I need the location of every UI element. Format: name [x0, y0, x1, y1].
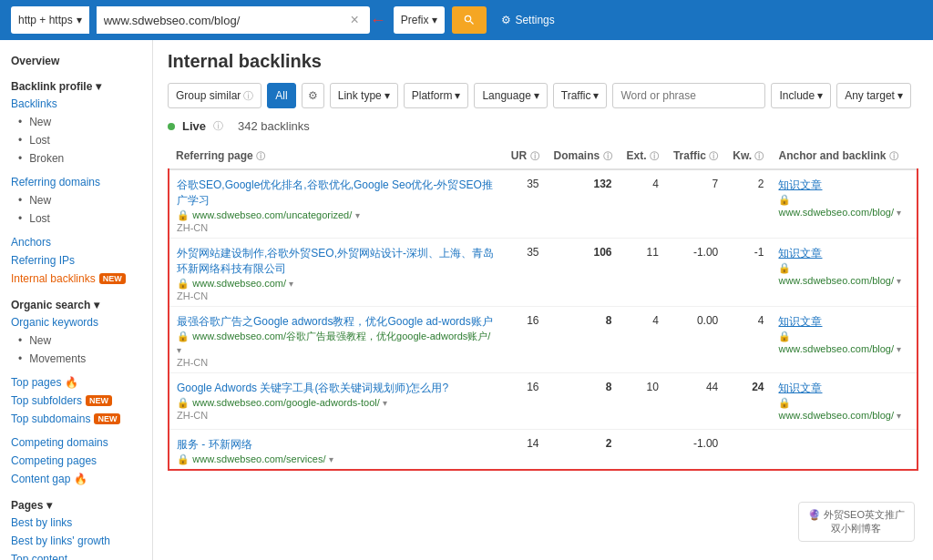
sidebar-item-best-by-links-growth[interactable]: Best by links' growth: [0, 532, 152, 550]
domains-value[interactable]: 106: [547, 239, 620, 307]
all-filter-button[interactable]: All: [267, 83, 295, 108]
backlink-url[interactable]: www.sdwebseo.com/blog/: [778, 207, 894, 218]
domains-value[interactable]: 8: [547, 373, 620, 430]
sidebar-item-internal-backlinks[interactable]: Internal backlinks NEW: [0, 270, 152, 288]
col-domains[interactable]: Domains ⓘ: [547, 144, 620, 169]
sidebar-item-referring-domains[interactable]: Referring domains: [0, 173, 152, 191]
col-kw[interactable]: Kw. ⓘ: [725, 144, 771, 169]
overview-section: Overview: [0, 49, 152, 69]
traffic-button[interactable]: Traffic ▾: [553, 83, 608, 108]
sidebar-item-ref-domains-lost[interactable]: Lost: [0, 209, 152, 228]
filter-gear-button[interactable]: ⚙: [302, 83, 324, 108]
col-ur[interactable]: UR ⓘ: [504, 144, 547, 169]
url-input[interactable]: [104, 14, 347, 27]
chevron-down-icon: ▾: [817, 89, 823, 102]
fire-icon-2: 🔥: [74, 473, 87, 485]
page-url-link[interactable]: www.sdwebseo.com/谷歌广告最强教程，优化google-adwor…: [192, 331, 490, 341]
page-url-link[interactable]: www.sdwebseo.com/uncategorized/: [192, 209, 352, 220]
anchor-link[interactable]: 知识文章: [778, 315, 822, 328]
referring-page-link[interactable]: 服务 - 环新网络: [177, 438, 252, 451]
settings-button[interactable]: ⚙ Settings: [501, 14, 554, 26]
protocol-dropdown[interactable]: http + https ▾: [11, 6, 89, 34]
word-phrase-input[interactable]: [612, 83, 765, 108]
url-chevron-icon[interactable]: ▾: [383, 398, 387, 408]
anchor-link[interactable]: 知识文章: [778, 382, 822, 394]
search-button[interactable]: [452, 6, 487, 34]
url-chevron-icon[interactable]: ▾: [177, 345, 181, 355]
sidebar-item-top-pages[interactable]: Top pages 🔥: [0, 373, 152, 392]
sidebar-item-competing-domains[interactable]: Competing domains: [0, 433, 152, 452]
traffic-value: 0.00: [666, 307, 725, 373]
link-type-button[interactable]: Link type ▾: [330, 83, 398, 108]
col-anchor[interactable]: Anchor and backlink ⓘ: [771, 144, 918, 169]
sidebar-item-anchors[interactable]: Anchors: [0, 233, 152, 251]
anchor-link[interactable]: 知识文章: [778, 247, 822, 260]
url-chevron-icon[interactable]: ▾: [355, 210, 360, 220]
platform-button[interactable]: Platform ▾: [404, 83, 469, 108]
watermark-line2: 双小刚博客: [808, 522, 905, 535]
col-traffic[interactable]: Traffic ⓘ: [666, 144, 725, 169]
sidebar-item-top-content[interactable]: Top content: [0, 550, 152, 560]
sidebar-item-organic-new[interactable]: New: [0, 331, 152, 350]
sidebar-item-content-gap[interactable]: Content gap 🔥: [0, 470, 152, 488]
top-subdomains-label: Top subdomains: [11, 412, 90, 425]
backlink-chevron-icon[interactable]: ▾: [897, 411, 901, 421]
backlinks-table: Referring page ⓘ UR ⓘ Domains ⓘ Ext. ⓘ T…: [168, 144, 918, 471]
domains-value[interactable]: 2: [547, 430, 620, 471]
sidebar-item-best-by-links[interactable]: Best by links: [0, 514, 152, 532]
chevron-down-icon: ▾: [77, 14, 82, 26]
pages-section[interactable]: Pages ▾: [0, 494, 152, 514]
url-chevron-icon[interactable]: ▾: [289, 279, 293, 289]
traffic-value: 44: [666, 373, 725, 430]
referring-page-link[interactable]: 外贸网站建设制作,谷歌外贸SEO,外贸网站设计-深圳、上海、青岛环新网络科技有限…: [177, 247, 494, 275]
group-similar-button[interactable]: Group similar ⓘ: [168, 83, 261, 108]
prefix-dropdown[interactable]: Prefix ▾: [394, 6, 446, 34]
sidebar-item-competing-pages[interactable]: Competing pages: [0, 452, 152, 470]
sidebar-item-backlinks-new[interactable]: New: [0, 113, 152, 131]
sidebar-item-top-subdomains[interactable]: Top subdomains NEW: [0, 410, 152, 428]
any-target-button[interactable]: Any target ▾: [836, 83, 911, 108]
lock-icon: 🔒: [177, 209, 190, 220]
content-gap-label: Content gap: [11, 473, 70, 485]
backlink-url[interactable]: www.sdwebseo.com/blog/: [778, 410, 894, 421]
organic-search-section[interactable]: Organic search ▾: [0, 293, 152, 313]
sidebar-item-backlinks-broken[interactable]: Broken: [0, 149, 152, 168]
sidebar-item-backlinks-lost[interactable]: Lost: [0, 131, 152, 149]
domains-value[interactable]: 8: [547, 307, 620, 373]
page-url-link[interactable]: www.sdwebseo.com/google-adwords-tool/: [192, 397, 379, 408]
anchor-link[interactable]: 知识文章: [778, 178, 822, 191]
ur-value: 16: [504, 307, 547, 373]
clear-icon[interactable]: ×: [346, 12, 362, 28]
traffic-label: Traffic: [561, 89, 591, 102]
sidebar-item-organic-keywords[interactable]: Organic keywords: [0, 313, 152, 331]
domains-value[interactable]: 132: [547, 169, 620, 239]
backlink-chevron-icon[interactable]: ▾: [897, 344, 901, 354]
include-button[interactable]: Include ▾: [771, 83, 831, 108]
sidebar-item-referring-ips[interactable]: Referring IPs: [0, 251, 152, 270]
platform-label: Platform: [412, 89, 453, 102]
sidebar-item-backlinks[interactable]: Backlinks: [0, 95, 152, 113]
fire-icon: 🔥: [65, 376, 78, 389]
backlink-profile-section[interactable]: Backlink profile ▾: [0, 75, 152, 95]
backlink-chevron-icon[interactable]: ▾: [897, 276, 901, 286]
backlinks-count: 342 backlinks: [238, 119, 310, 133]
backlink-chevron-icon[interactable]: ▾: [897, 208, 901, 218]
backlink-url[interactable]: www.sdwebseo.com/blog/: [778, 275, 894, 286]
col-ext[interactable]: Ext. ⓘ: [620, 144, 666, 169]
referring-page-link[interactable]: 谷歌SEO,Google优化排名,谷歌优化,Google Seo优化-外贸SEO…: [177, 178, 493, 207]
page-url-link[interactable]: www.sdwebseo.com/services/: [192, 453, 325, 464]
referring-page-link[interactable]: 最强谷歌广告之Google adwords教程，优化Google ad-word…: [177, 315, 493, 328]
kw-value: -1: [725, 239, 771, 307]
sidebar-item-organic-movements[interactable]: Movements: [0, 350, 152, 368]
traffic-value: 7: [666, 169, 725, 239]
sidebar-item-top-subfolders[interactable]: Top subfolders NEW: [0, 392, 152, 410]
ur-value: 35: [504, 239, 547, 307]
col-referring-page[interactable]: Referring page ⓘ: [169, 144, 504, 169]
live-indicator: [168, 123, 175, 130]
language-button[interactable]: Language ▾: [474, 83, 547, 108]
sidebar-item-ref-domains-new[interactable]: New: [0, 191, 152, 209]
page-url-link[interactable]: www.sdwebseo.com/: [192, 278, 286, 289]
url-chevron-icon[interactable]: ▾: [329, 454, 333, 464]
referring-page-link[interactable]: Google Adwords 关键字工具(谷歌关键词规划师)怎么用?: [177, 382, 448, 394]
backlink-url[interactable]: www.sdwebseo.com/blog/: [778, 343, 894, 354]
